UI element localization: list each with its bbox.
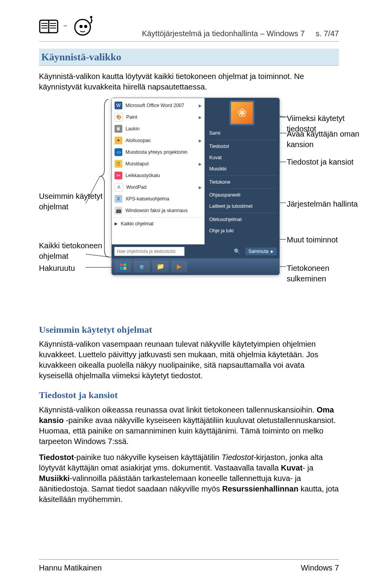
devices-printers-link[interactable]: Laitteet ja tulostimet — [205, 201, 279, 212]
program-label: Aloitusopas — [125, 137, 151, 144]
program-label: Laskin — [125, 126, 139, 132]
page-indicator: s. 7/47 — [316, 29, 339, 38]
svg-line-7 — [86, 254, 111, 257]
windows-logo-icon — [118, 262, 128, 272]
program-item[interactable]: 📠Windowsin faksi ja skannaus — [112, 205, 204, 216]
start-menu-bottom-row: 🔍 Sammuta ▶ — [112, 244, 279, 258]
taskbar-ie-button[interactable]: e — [134, 261, 150, 272]
program-label: Paint — [126, 114, 138, 121]
document-page: → Käyttöjärjestelmä ja tiedonhallinta – … — [0, 0, 374, 526]
shutdown-button[interactable]: Sammuta ▶ — [245, 247, 277, 256]
program-item[interactable]: ▭Muodosta yhteys projektoriin — [112, 146, 204, 158]
program-label: Leikkaustyökalu — [125, 172, 160, 179]
svg-point-3 — [79, 25, 83, 28]
help-support-link[interactable]: Ohje ja tuki — [205, 225, 279, 237]
text-run: -painike avaa näkyville kyseiseen käyttä… — [39, 416, 336, 446]
freq-paragraph: Käynnistä-valikon vasempaan reunaan tule… — [39, 339, 339, 381]
heading-files-folders: Tiedostot ja kansiot — [39, 389, 339, 401]
footer-author: Hannu Matikainen — [39, 563, 102, 573]
program-item[interactable]: ✂Leikkaustyökalu — [112, 170, 204, 181]
bold-run: Tiedostot — [39, 453, 74, 462]
heading-freq-programs: Useimmin käytetyt ohjelmat — [39, 323, 339, 336]
program-item[interactable]: ✦Aloitusopas▶ — [112, 135, 204, 146]
bold-run: Musiikki — [39, 474, 70, 483]
header-icons: → — [39, 16, 97, 39]
bold-run: Kuvat — [281, 463, 303, 472]
program-label: Microsoft Office Word 2007 — [125, 102, 184, 109]
program-item[interactable]: 🗒Muistilaput▶ — [112, 158, 204, 170]
user-picture[interactable] — [229, 100, 254, 125]
separator — [113, 217, 203, 218]
submenu-arrow-icon: ▶ — [199, 185, 202, 190]
svg-point-4 — [84, 25, 87, 28]
submenu-arrow-icon: ▶ — [199, 103, 202, 109]
taskbar-mediaplayer-button[interactable]: ▶ — [171, 261, 187, 272]
documents-link[interactable]: Tiedostot — [205, 141, 279, 152]
start-menu-left-pane: WMicrosoft Office Word 2007▶ 🎨Paint▶ 🖩La… — [112, 98, 205, 244]
svg-point-2 — [75, 19, 90, 35]
program-label: Windowsin faksi ja skannaus — [125, 207, 188, 214]
svg-line-6 — [86, 176, 100, 204]
projector-icon: ▭ — [115, 148, 122, 156]
user-folder-link[interactable]: Sami — [205, 128, 279, 139]
italic-run: Tiedostot — [222, 453, 254, 462]
text-run: Käynnistä-valikon oikeassa reunassa ovat… — [39, 405, 317, 414]
page-footer: Hannu Matikainen Windows 7 — [39, 559, 339, 573]
xps-viewer-icon: X — [115, 195, 122, 203]
text-run: - ja — [303, 463, 314, 472]
left-bracket-svg — [86, 99, 113, 278]
chevron-right-icon: ▶ — [271, 249, 273, 253]
intro-paragraph: Käynnistä-valikon kautta löytyvät kaikki… — [39, 71, 339, 92]
submenu-arrow-icon: ▶ — [199, 138, 202, 144]
program-item[interactable]: XXPS-katseluohjelma — [112, 193, 204, 205]
start-menu: WMicrosoft Office Word 2007▶ 🎨Paint▶ 🖩La… — [111, 98, 280, 275]
program-item[interactable]: 🎨Paint▶ — [112, 111, 204, 123]
separator — [207, 188, 277, 189]
svg-rect-17 — [120, 267, 123, 270]
submenu-arrow-icon: ▶ — [199, 115, 202, 120]
taskbar-explorer-button[interactable]: 📁 — [152, 261, 169, 272]
computer-link[interactable]: Tietokone — [205, 177, 279, 188]
program-item[interactable]: WMicrosoft Office Word 2007▶ — [112, 100, 204, 111]
media-player-icon: ▶ — [177, 262, 182, 271]
taskbar: e 📁 ▶ — [112, 258, 279, 275]
all-programs-button[interactable]: ▶ Kaikki ohjelmat — [112, 218, 204, 229]
separator — [207, 176, 277, 176]
files-paragraph-2: Tiedostot-painike tuo näkyville kyseisen… — [39, 452, 339, 505]
anno-files-folders: Tiedostot ja kansiot — [287, 157, 369, 167]
heading-startmenu: Käynnistä-valikko — [39, 49, 339, 66]
anno-shutdown: Tietokoneen sulkeminen — [287, 263, 369, 284]
wordpad-icon: A — [115, 183, 123, 191]
text-run: -painike tuo näkyville kyseisen käyttäjä… — [74, 453, 222, 462]
program-item[interactable]: AWordPad▶ — [112, 181, 204, 193]
program-label: XPS-katseluohjelma — [125, 196, 169, 202]
control-panel-link[interactable]: Ohjauspaneeli — [205, 190, 279, 201]
svg-text:→: → — [62, 19, 67, 31]
start-menu-right-pane: Sami Tiedostot Kuvat Musiikki Tietokone … — [205, 98, 279, 244]
search-input[interactable] — [114, 247, 185, 256]
header-title: Käyttöjärjestelmä ja tiedonhallinta – Wi… — [97, 28, 339, 39]
head-icon — [69, 16, 97, 39]
program-label: WordPad — [126, 184, 146, 191]
svg-rect-15 — [120, 263, 123, 266]
program-label: Muodosta yhteys projektoriin — [125, 149, 187, 156]
svg-point-5 — [90, 16, 92, 18]
svg-rect-16 — [123, 263, 126, 266]
doc-title: Käyttöjärjestelmä ja tiedonhallinta – Wi… — [142, 29, 305, 38]
ie-icon: e — [140, 262, 144, 271]
pictures-link[interactable]: Kuvat — [205, 152, 279, 163]
program-item[interactable]: 🖩Laskin — [112, 123, 204, 135]
start-orb[interactable] — [115, 261, 131, 272]
shutdown-label: Sammuta — [249, 249, 268, 254]
default-programs-link[interactable]: Oletusohjelmat — [205, 214, 279, 225]
all-programs-label: Kaikki ohjelmat — [121, 221, 153, 227]
fax-scan-icon: 📠 — [115, 207, 122, 214]
anno-user-folder: Avaa käyttäjän oman kansion — [287, 129, 369, 150]
separator — [207, 140, 277, 140]
page-header: → Käyttöjärjestelmä ja tiedonhallinta – … — [39, 16, 339, 42]
calculator-icon: 🖩 — [115, 125, 122, 133]
music-link[interactable]: Musiikki — [205, 163, 279, 175]
separator — [207, 213, 277, 213]
sticky-notes-icon: 🗒 — [115, 160, 122, 168]
getting-started-icon: ✦ — [115, 137, 122, 144]
